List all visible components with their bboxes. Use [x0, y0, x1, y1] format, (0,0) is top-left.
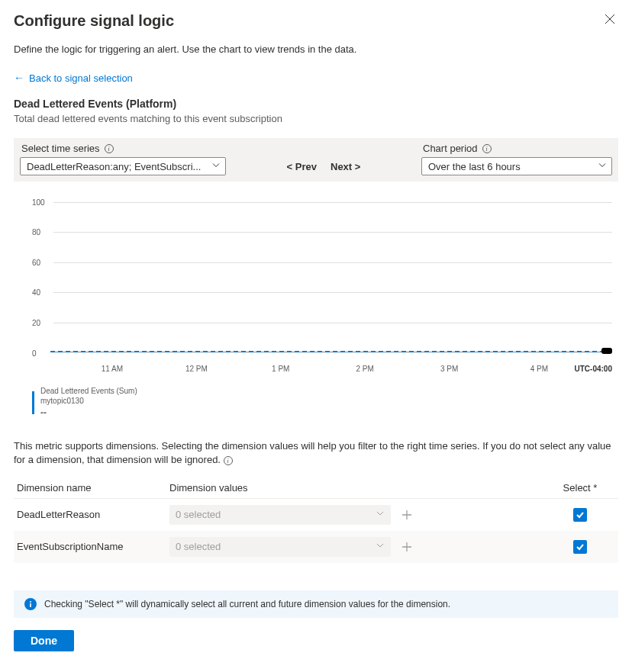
dimensions-table: Dimension name Dimension values Select *… [14, 477, 618, 563]
timezone-label: UTC-04:00 [575, 365, 612, 373]
table-row: DeadLetterReason 0 selected [14, 498, 618, 531]
next-button[interactable]: Next > [331, 161, 360, 172]
y-tick-label: 60 [32, 258, 40, 266]
column-header-select: Select * [542, 477, 618, 499]
info-callout: Checking "Select *" will dynamically sel… [14, 590, 618, 618]
x-tick-label: 4 PM [530, 365, 548, 373]
close-button[interactable] [601, 12, 618, 29]
page-subtitle: Define the logic for triggering an alert… [14, 43, 618, 55]
dimensions-intro-text: This metric supports dimensions. Selecti… [14, 440, 611, 465]
x-tick-label: 1 PM [272, 365, 289, 373]
chart-legend: Dead Lettered Events (Sum) mytopic0130 -… [32, 386, 618, 420]
y-tick-label: 20 [32, 319, 40, 327]
chart-period-label-text: Chart period [423, 143, 478, 154]
svg-point-0 [30, 601, 31, 603]
prev-button[interactable]: < Prev [287, 161, 317, 172]
select-all-checkbox[interactable] [573, 540, 587, 554]
y-tick-label: 100 [32, 198, 45, 206]
page-title: Configure signal logic [14, 12, 174, 30]
legend-resource: mytopic0130 [40, 396, 137, 406]
dimension-values-display: 0 selected [176, 509, 221, 520]
check-icon [576, 510, 585, 519]
info-icon[interactable]: i [482, 144, 492, 153]
add-dimension-value-button[interactable] [397, 505, 417, 525]
svg-rect-1 [30, 603, 31, 607]
chart-plot: 100 80 60 40 20 0 [32, 197, 612, 365]
chevron-down-icon [598, 161, 607, 172]
dimension-name: DeadLetterReason [14, 498, 166, 531]
done-button[interactable]: Done [14, 630, 74, 651]
controls-bar: Select time series i DeadLetterReason:an… [14, 138, 618, 182]
info-callout-text: Checking "Select *" will dynamically sel… [44, 599, 450, 609]
dimension-values-display: 0 selected [176, 541, 221, 552]
chart-series-line [50, 351, 612, 352]
column-header-name: Dimension name [14, 477, 166, 499]
table-row: EventSubscriptionName 0 selected [14, 531, 618, 563]
chart: 100 80 60 40 20 0 11 AM 12 PM 1 PM 2 PM … [14, 182, 618, 427]
y-tick-label: 0 [32, 349, 37, 357]
chevron-down-icon [376, 541, 385, 552]
back-link-label: Back to signal selection [29, 72, 133, 84]
dimension-values-dropdown[interactable]: 0 selected [169, 505, 391, 525]
plus-icon [401, 542, 412, 552]
add-dimension-value-button[interactable] [397, 537, 417, 557]
legend-color-swatch [32, 391, 34, 414]
info-icon [24, 598, 37, 610]
chart-period-value: Over the last 6 hours [428, 161, 521, 172]
time-series-dropdown[interactable]: DeadLetterReason:any; EventSubscri... [20, 157, 226, 175]
time-series-value: DeadLetterReason:any; EventSubscri... [27, 161, 201, 172]
dimension-name: EventSubscriptionName [14, 531, 166, 563]
chevron-down-icon [211, 161, 221, 172]
check-icon [576, 542, 585, 551]
info-icon[interactable]: i [105, 144, 114, 153]
x-tick-label: 11 AM [102, 365, 123, 373]
x-tick-label: 12 PM [185, 365, 208, 373]
back-link[interactable]: ← Back to signal selection [14, 72, 133, 84]
close-icon [605, 14, 615, 24]
dimension-values-dropdown[interactable]: 0 selected [169, 537, 391, 557]
time-series-label: Select time series i [20, 143, 226, 154]
time-series-label-text: Select time series [21, 143, 100, 154]
dimensions-intro: This metric supports dimensions. Selecti… [14, 439, 618, 467]
chart-period-dropdown[interactable]: Over the last 6 hours [421, 157, 612, 175]
chevron-down-icon [376, 509, 385, 520]
signal-name: Dead Lettered Events (Platform) [14, 98, 618, 110]
column-header-values: Dimension values [166, 477, 542, 499]
arrow-left-icon: ← [14, 72, 24, 84]
y-tick-label: 80 [32, 228, 40, 236]
y-tick-label: 40 [32, 288, 40, 297]
chart-period-label: Chart period i [421, 143, 612, 154]
select-all-checkbox[interactable] [573, 508, 587, 522]
x-tick-label: 3 PM [440, 365, 458, 373]
info-icon[interactable]: i [224, 456, 233, 465]
plus-icon [401, 510, 412, 520]
chart-current-marker [601, 348, 612, 354]
signal-description: Total dead lettered events matching to t… [14, 113, 618, 124]
legend-series-name: Dead Lettered Events (Sum) [40, 386, 137, 396]
legend-value: -- [40, 407, 137, 420]
x-tick-label: 2 PM [356, 365, 373, 373]
